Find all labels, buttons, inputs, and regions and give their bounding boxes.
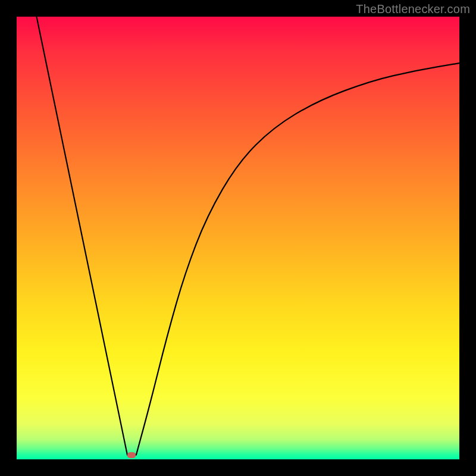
- attribution-text: TheBottlenecker.com: [356, 2, 470, 16]
- chart-container: TheBottlenecker.com: [0, 0, 476, 476]
- minimum-marker: [127, 452, 136, 458]
- plot-area: [17, 17, 459, 459]
- curve-layer: [17, 17, 459, 459]
- bottleneck-curve: [36, 17, 459, 455]
